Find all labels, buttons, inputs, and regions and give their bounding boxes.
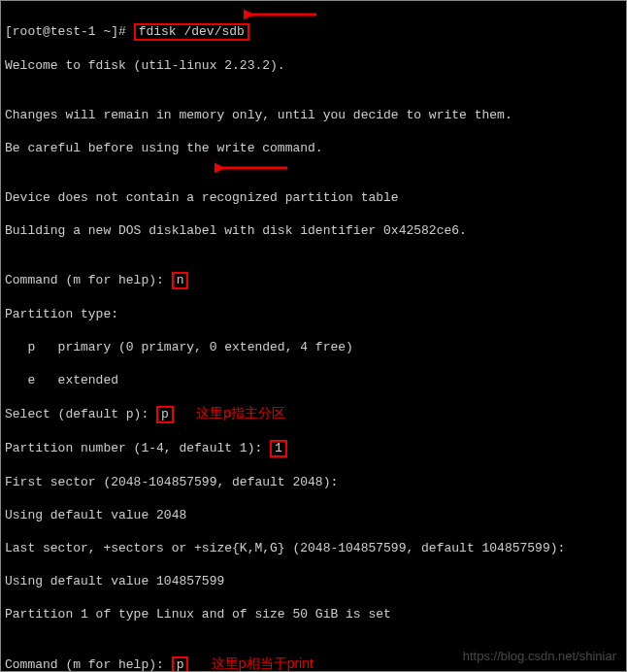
partition-set-line: Partition 1 of type Linux and of size 50… xyxy=(5,606,622,622)
using-default-1: Using default value 2048 xyxy=(5,507,622,523)
command-prompt-2: Command (m for help): xyxy=(5,657,164,672)
command-prompt-1: Command (m for help): xyxy=(5,273,164,287)
n-input[interactable]: n xyxy=(177,273,184,287)
p-input-box-1: p xyxy=(156,406,174,423)
p-primary-line: p primary (0 primary, 0 extended, 4 free… xyxy=(5,339,622,355)
p-input-1[interactable]: p xyxy=(161,407,169,421)
changes-line: Changes will remain in memory only, unti… xyxy=(5,107,622,123)
using-default-2: Using default value 104857599 xyxy=(5,573,622,589)
welcome-line: Welcome to fdisk (util-linux 2.23.2). xyxy=(5,57,622,74)
e-extended-line: e extended xyxy=(5,372,622,388)
annotation-p-print: 这里p相当于print xyxy=(212,655,314,671)
watermark: https://blog.csdn.net/shiniar xyxy=(463,649,616,663)
n-input-box: n xyxy=(172,272,189,289)
one-input[interactable]: 1 xyxy=(275,441,282,455)
first-sector-line: First sector (2048-104857599, default 20… xyxy=(5,474,622,490)
no-table-line: Device does not contain a recognized par… xyxy=(5,189,622,206)
p-input-2[interactable]: p xyxy=(177,657,184,672)
select-default-prompt: Select (default p): xyxy=(5,407,148,421)
partition-type-line: Partition type: xyxy=(5,306,622,322)
fdisk-command[interactable]: fdisk /dev/sdb xyxy=(139,24,245,39)
careful-line: Be careful before using the write comman… xyxy=(5,140,622,156)
partition-number-prompt: Partition number (1-4, default 1): xyxy=(5,441,262,455)
annotation-p-primary: 这里p指主分区 xyxy=(196,405,285,420)
terminal-output: [root@test-1 ~]# fdisk /dev/sdb Welcome … xyxy=(1,1,626,672)
last-sector-line: Last sector, +sectors or +size{K,M,G} (2… xyxy=(5,540,622,556)
p-input-box-2: p xyxy=(172,656,189,672)
one-input-box: 1 xyxy=(270,440,287,457)
building-line: Building a new DOS disklabel with disk i… xyxy=(5,222,622,239)
shell-prompt: [root@test-1 ~]# xyxy=(5,24,126,39)
command-box: fdisk /dev/sdb xyxy=(134,23,249,41)
